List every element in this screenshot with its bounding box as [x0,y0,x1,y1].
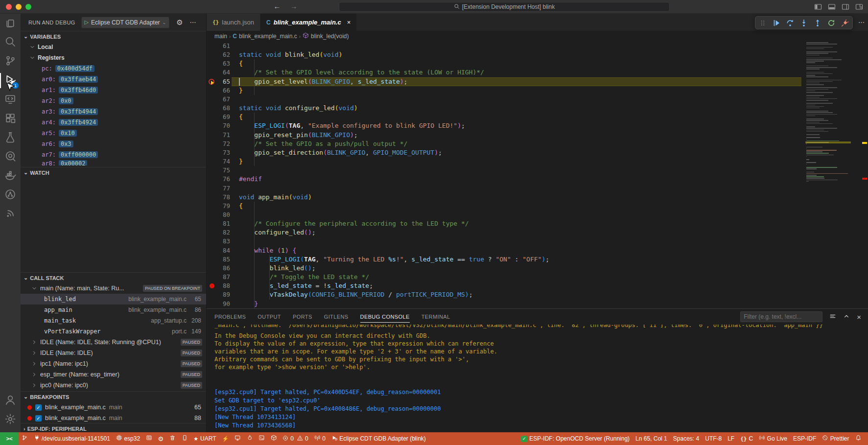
code-line-62[interactable]: 62static void blink_led(void) [207,50,868,59]
close-tab-icon[interactable]: × [347,19,351,26]
status-board[interactable] [143,432,155,445]
panel-tab-terminal[interactable]: TERMINAL [422,309,450,325]
breakpoints-section-header[interactable]: ⌄ BREAKPOINTS [21,391,206,402]
status-flame[interactable] [244,432,256,445]
close-window-button[interactable] [6,4,12,10]
activity-item-search[interactable] [0,33,21,52]
maximize-panel-icon[interactable] [843,313,850,321]
code-line-77[interactable]: 77 [207,184,868,193]
zoom-window-button[interactable] [25,4,31,10]
status-uart[interactable]: ★UART [190,432,219,445]
code-line-66[interactable]: 66} [207,86,868,95]
breakpoint-dot-icon[interactable] [210,283,214,288]
continue-button[interactable] [771,18,782,28]
status-go-live[interactable]: Go Live [756,432,790,445]
register-row-ar5[interactable]: ar5:0x10 [21,128,206,139]
activity-item-testing[interactable] [0,128,21,147]
restart-button[interactable] [826,18,837,28]
activity-item-explorer[interactable] [0,14,21,33]
step-over-button[interactable] [785,18,796,28]
code-line-64[interactable]: 64 /* Set the GPIO level according to th… [207,68,868,77]
code-line-71[interactable]: 71 gpio_reset_pin(BLINK_GPIO); [207,131,868,140]
debug-console-output[interactable]: _main.c', fullname: '/Users/brainignacio… [214,325,856,432]
code-line-67[interactable]: 67 [207,95,868,104]
breadcrumb-item[interactable]: main [214,33,227,40]
breakpoint-checkbox[interactable]: ✓ [35,404,42,411]
nav-back-icon[interactable]: ← [272,2,282,10]
minimize-window-button[interactable] [16,4,22,10]
register-row-ar2[interactable]: ar2:0x0 [21,95,206,106]
status-gear[interactable]: ⚙ [155,432,167,445]
debug-settings-gear-icon[interactable]: ⚙ [176,18,183,27]
start-debug-icon[interactable]: ▷ [85,19,89,25]
register-row-pc[interactable]: pc:0x400d54df [21,63,206,74]
disconnect-button[interactable] [840,18,850,28]
code-line-84[interactable]: 84 while (1) { [207,246,868,255]
code-line-80[interactable]: 80 [207,211,868,219]
activity-item-esp-idf-explorer[interactable] [0,186,21,205]
status-utf-8[interactable]: UTF-8 [702,432,725,445]
status-esp32[interactable]: esp32 [113,432,143,445]
breakpoint-row[interactable]: ✓ blink_example_main.cmain 65 [21,402,206,413]
layout-sidebar-right-icon[interactable] [842,3,849,12]
activity-item-settings[interactable] [0,410,21,429]
callstack-thread[interactable]: main (Name: main, State: Ru...PAUSED ON … [21,283,206,294]
status-eclipse-cdt-gdb-adapter-blink[interactable]: Eclipse CDT GDB Adapter (blink) [328,432,429,445]
filter-options-icon[interactable] [829,313,836,321]
minimap[interactable] [805,42,851,308]
callstack-frame[interactable]: vPortTaskWrapperport.c149 [21,326,206,337]
callstack-frame[interactable]: blink_ledblink_example_main.c65 [21,294,206,304]
console-filter-input[interactable] [740,311,822,322]
panel-tab-debug-console[interactable]: DEBUG CONSOLE [360,309,410,325]
register-row-ar1[interactable]: ar1:0x3ffb46d0 [21,85,206,95]
code-line-82[interactable]: 82 configure_led(); [207,228,868,237]
code-line-88[interactable]: 88 s_led_state = !s_led_state; [207,281,868,290]
code-line-76[interactable]: 76#endif [207,175,868,184]
current-line-breakpoint-icon[interactable] [209,79,214,85]
variables-group-local[interactable]: Local [21,42,206,52]
watch-section-header[interactable]: ⌄ WATCH [21,167,206,178]
more-actions-icon[interactable]: ⋯ [190,19,197,26]
breakpoint-checkbox[interactable]: ✓ [35,415,42,422]
code-line-78[interactable]: 78void app_main(void) [207,193,868,202]
code-line-73[interactable]: 73 gpio_set_direction(BLINK_GPIO, GPIO_M… [207,148,868,157]
status-esp-idf[interactable]: ESP-IDF [790,432,819,445]
layout-panel-icon[interactable] [828,3,836,12]
variables-group-registers[interactable]: Registers [21,52,206,63]
step-into-button[interactable] [798,18,809,28]
code-line-61[interactable]: 61 [207,42,868,50]
status-spaces-4[interactable]: Spaces: 4 [670,432,702,445]
breakpoint-row[interactable]: ✓ blink_example_main.cmain 88 [21,413,206,423]
code-line-68[interactable]: 68static void configure_led(void) [207,104,868,113]
code-line-83[interactable]: 83 [207,237,868,246]
command-center-search[interactable]: [Extension Development Host] blink [339,2,670,12]
register-row-ar6[interactable]: ar6:0x3 [21,139,206,149]
register-row-ar7[interactable]: ar7:0xff000000 [21,149,206,160]
panel-tab-ports[interactable]: PORTS [293,309,312,325]
remote-indicator[interactable]: >< [0,432,19,445]
register-row-ar0[interactable]: ar0:0x3ffaeb44 [21,74,206,85]
overview-ruler[interactable] [851,42,868,308]
code-line-65[interactable]: 65 gpio_set_level(BLINK_GPIO, s_led_stat… [207,77,868,86]
editor-tab-blink_example_main.c[interactable]: C blink_example_main.c × [260,14,357,31]
status-zap[interactable]: ⚡ [219,432,232,445]
panel-tab-gitlens[interactable]: GITLENS [324,309,349,325]
callstack-frame[interactable]: main_taskapp_startup.c208 [21,315,206,326]
editor-more-actions-icon[interactable]: ⋯ [858,19,865,26]
activity-item-docker[interactable] [0,166,21,186]
status-display[interactable] [232,432,244,445]
code-line-75[interactable]: 75 [207,166,868,175]
callstack-thread[interactable]: IDLE (Name: IDLE)PAUSED [21,348,206,358]
code-line-74[interactable]: 74} [207,157,868,166]
callstack-thread[interactable]: esp_timer (Name: esp_timer)PAUSED [21,369,206,380]
code-line-81[interactable]: 81 /* Configure the peripheral according… [207,219,868,228]
status-mobile[interactable] [179,432,191,445]
panel-tab-problems[interactable]: PROBLEMS [214,309,246,325]
register-row-ar4[interactable]: ar4:0x3ffb4924 [21,117,206,128]
status-package[interactable] [268,432,280,445]
status-dev-cu-usbserial-1141501[interactable]: /dev/cu.usbserial-1141501 [31,432,113,445]
customize-layout-icon[interactable] [855,3,863,12]
activity-item-gitlens[interactable] [0,147,21,166]
code-line-85[interactable]: 85 ESP_LOGI(TAG, "Turning the LED %s!", … [207,255,868,264]
layout-sidebar-left-icon[interactable] [814,3,822,12]
